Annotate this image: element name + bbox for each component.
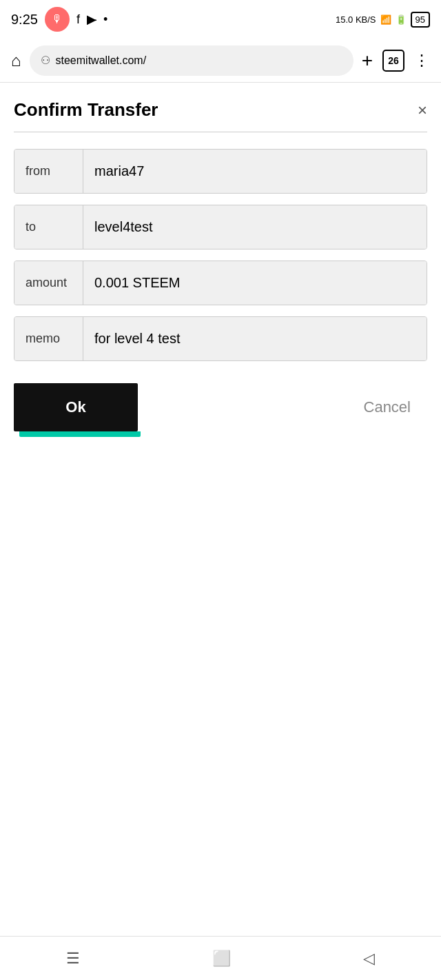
browser-bar: ⌂ ⚇ steemitwallet.com/ + 26 ⋮	[0, 39, 441, 83]
memo-value: for level 4 test	[83, 317, 427, 360]
from-field: from maria47	[14, 149, 427, 194]
from-value: maria47	[83, 150, 427, 193]
to-field: to level4test	[14, 205, 427, 249]
memo-label: memo	[14, 317, 83, 360]
battery-icon: 🔋	[396, 14, 407, 25]
amount-value: 0.001 STEEM	[83, 261, 427, 305]
mic-icon: 🎙	[45, 7, 70, 32]
dialog-title: Confirm Transfer	[14, 99, 158, 121]
back-icon[interactable]: ◁	[363, 950, 375, 968]
close-button[interactable]: ×	[418, 102, 427, 119]
tab-count[interactable]: 26	[382, 50, 404, 72]
menu-icon[interactable]: ☰	[66, 950, 80, 968]
amount-field: amount 0.001 STEEM	[14, 261, 427, 305]
home-nav-icon[interactable]: ⬜	[212, 950, 231, 968]
to-value: level4test	[83, 205, 427, 249]
dialog-divider	[14, 132, 427, 132]
browser-actions: + 26 ⋮	[362, 50, 430, 72]
site-icon: ⚇	[41, 54, 50, 67]
status-icons: 15.0 KB/S 📶 🔋 95	[336, 12, 430, 28]
amount-label: amount	[14, 261, 83, 305]
bottom-nav: ☰ ⬜ ◁	[0, 936, 441, 980]
add-tab-button[interactable]: +	[362, 50, 373, 72]
more-menu-button[interactable]: ⋮	[414, 52, 430, 70]
video-icon: ▶̶	[87, 12, 96, 27]
battery-level: 95	[411, 12, 430, 28]
main-content: Confirm Transfer × from maria47 to level…	[0, 83, 441, 692]
cancel-button[interactable]: Cancel	[347, 383, 427, 431]
speed-label: 15.0 KB/S	[336, 14, 376, 25]
status-bar: 9:25 🎙 f ▶̶ • 15.0 KB/S 📶 🔋 95	[0, 0, 441, 39]
status-time: 9:25	[11, 12, 38, 28]
url-bar[interactable]: ⚇ steemitwallet.com/	[30, 45, 353, 76]
home-icon[interactable]: ⌂	[11, 51, 21, 70]
to-label: to	[14, 205, 83, 249]
dot-icon: •	[103, 12, 107, 27]
from-label: from	[14, 150, 83, 193]
dialog-header: Confirm Transfer ×	[14, 99, 427, 121]
ok-button[interactable]: Ok	[14, 383, 138, 431]
button-row: Ok Cancel	[14, 383, 427, 431]
status-left: 9:25 🎙 f ▶̶ •	[11, 7, 107, 32]
memo-field: memo for level 4 test	[14, 316, 427, 361]
fb-icon: f	[76, 12, 80, 27]
url-text: steemitwallet.com/	[56, 54, 147, 67]
wifi-icon: 📶	[380, 14, 391, 25]
